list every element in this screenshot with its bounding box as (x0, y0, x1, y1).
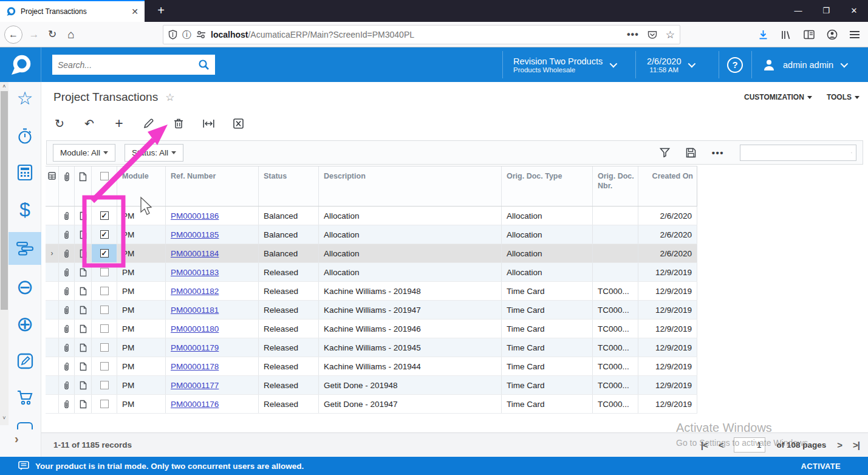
column-header-created-on[interactable]: Created On (638, 166, 697, 206)
row-note-cell[interactable] (75, 244, 92, 262)
table-row[interactable]: PM PM00001176 Released Getit Done - 2019… (46, 395, 697, 414)
row-attachment-cell[interactable] (59, 207, 75, 225)
status-filter[interactable]: Status: All (125, 144, 183, 162)
ref-number-link[interactable]: PM00001176 (171, 400, 219, 409)
cell-ref-number[interactable]: PM00001178 (166, 357, 259, 375)
row-checkbox-cell[interactable] (92, 357, 117, 375)
scroll-up-icon[interactable]: ˄ (0, 83, 9, 89)
row-attachment-cell[interactable] (59, 357, 75, 375)
row-checkbox-cell[interactable] (92, 376, 117, 394)
row-checkbox-cell[interactable] (92, 282, 117, 300)
table-row[interactable]: PM PM00001180 Released Kachine Williams … (46, 320, 697, 338)
scroll-down-icon[interactable]: ˅ (0, 415, 9, 421)
row-note-cell[interactable] (75, 320, 92, 338)
row-note-cell[interactable] (75, 395, 92, 413)
grid-search-box[interactable] (740, 145, 856, 161)
bookmark-star-icon[interactable]: ☆ (666, 29, 675, 41)
sidebar-expand-icon[interactable]: › (15, 432, 19, 446)
grid-search-input[interactable] (744, 148, 851, 157)
row-attachment-cell[interactable] (59, 263, 75, 281)
table-row[interactable]: PM PM00001178 Released Kachine Williams … (46, 357, 697, 376)
business-date-selector[interactable]: 2/6/2020 11:58 AM (647, 47, 694, 82)
more-options-icon[interactable]: ••• (712, 148, 724, 158)
row-note-cell[interactable] (75, 376, 92, 394)
row-checkbox-cell[interactable] (92, 395, 117, 413)
column-header-description[interactable]: Description (319, 166, 502, 206)
row-attachment-cell[interactable] (59, 225, 75, 244)
sidebar-item-finance-calc[interactable] (9, 156, 41, 189)
global-search[interactable] (52, 55, 215, 75)
row-checkbox-cell[interactable]: ✓ (92, 207, 117, 225)
customization-menu[interactable]: CUSTOMIZATION (744, 93, 812, 101)
ref-number-link[interactable]: PM00001186 (171, 211, 219, 220)
notes-column-header[interactable] (75, 166, 92, 206)
ref-number-link[interactable]: PM00001184 (171, 249, 219, 258)
row-note-cell[interactable] (75, 263, 92, 281)
tab-close-icon[interactable]: ✕ (131, 7, 138, 16)
cell-ref-number[interactable]: PM00001179 (166, 338, 259, 357)
cell-ref-number[interactable]: PM00001186 (166, 207, 259, 225)
table-row[interactable]: PM PM00001183 Released Allocation Alloca… (46, 263, 697, 282)
sidebar-item-time[interactable] (9, 120, 41, 152)
row-attachment-cell[interactable] (59, 395, 75, 413)
row-note-cell[interactable] (75, 282, 92, 300)
column-header-module[interactable]: Module (117, 166, 166, 206)
library-icon[interactable] (781, 30, 791, 40)
row-note-cell[interactable] (75, 301, 92, 319)
table-row[interactable]: ✓ PM PM00001185 Balanced Allocation Allo… (46, 225, 697, 244)
ref-number-link[interactable]: PM00001185 (171, 230, 219, 239)
row-checkbox-cell[interactable]: ✓ (92, 244, 117, 262)
favorite-star-icon[interactable]: ☆ (165, 91, 174, 104)
next-page-icon[interactable]: > (837, 440, 842, 450)
column-header-status[interactable]: Status (259, 166, 319, 206)
sidebar-toggle-icon[interactable] (804, 30, 815, 39)
search-icon[interactable] (198, 59, 210, 70)
cell-ref-number[interactable]: PM00001177 (166, 376, 259, 394)
shield-icon[interactable] (168, 30, 177, 39)
page-number-input[interactable]: 1 (734, 437, 765, 453)
cell-ref-number[interactable]: PM00001183 (166, 263, 259, 281)
ref-number-link[interactable]: PM00001180 (171, 324, 219, 333)
sidebar-item-banking[interactable]: $ (9, 193, 41, 226)
last-page-icon[interactable]: >| (853, 440, 859, 450)
row-checkbox-cell[interactable]: ✓ (92, 225, 117, 244)
permissions-icon[interactable] (196, 30, 206, 39)
export-excel-button[interactable] (232, 117, 244, 129)
attachments-column-header[interactable] (59, 166, 75, 206)
row-note-cell[interactable] (75, 207, 92, 225)
column-header-orig-doc-nbr[interactable]: Orig. Doc. Nbr. (593, 166, 638, 206)
row-checkbox-cell[interactable] (92, 301, 117, 319)
row-attachment-cell[interactable] (59, 244, 75, 262)
column-header-orig-doc-type[interactable]: Orig. Doc. Type (502, 166, 593, 206)
window-minimize-icon[interactable]: — (784, 0, 812, 21)
cancel-undo-button[interactable]: ↶ (83, 117, 95, 129)
row-note-cell[interactable] (75, 357, 92, 375)
forward-button[interactable]: → (25, 29, 43, 41)
table-row[interactable]: PM PM00001181 Released Kachine Williams … (46, 301, 697, 320)
window-close-icon[interactable]: ✕ (840, 0, 868, 21)
sidebar-item-sales-orders[interactable] (9, 344, 41, 377)
row-checkbox-cell[interactable] (92, 320, 117, 338)
back-button[interactable]: ← (4, 26, 22, 44)
row-attachment-cell[interactable] (59, 320, 75, 338)
sidebar-item-favorites[interactable]: ☆ (9, 82, 41, 115)
row-attachment-cell[interactable] (59, 282, 75, 300)
ref-number-link[interactable]: PM00001182 (171, 287, 219, 296)
module-filter[interactable]: Module: All (53, 144, 115, 162)
cell-ref-number[interactable]: PM00001182 (166, 282, 259, 300)
activate-button[interactable]: ACTIVATE (801, 462, 841, 471)
table-row[interactable]: PM PM00001177 Released Getit Done - 2019… (46, 376, 697, 395)
cell-ref-number[interactable]: PM00001184 (166, 244, 259, 262)
global-search-input[interactable] (58, 60, 198, 70)
table-row[interactable]: PM PM00001182 Released Kachine Williams … (46, 282, 697, 301)
company-branch-selector[interactable]: Revision Two Products Products Wholesale (513, 47, 615, 82)
sidebar-item-projects[interactable] (9, 232, 41, 265)
tools-menu[interactable]: TOOLS (827, 93, 859, 101)
pocket-icon[interactable] (648, 30, 657, 39)
sidebar-scrollbar[interactable]: ˄ ˅ (0, 82, 9, 425)
home-button[interactable]: ⌂ (61, 28, 81, 41)
ref-number-link[interactable]: PM00001181 (171, 306, 219, 315)
download-icon[interactable] (758, 30, 768, 40)
sidebar-item-purchases[interactable] (9, 381, 41, 414)
sidebar-item-payables[interactable]: ⊖ (9, 270, 41, 303)
